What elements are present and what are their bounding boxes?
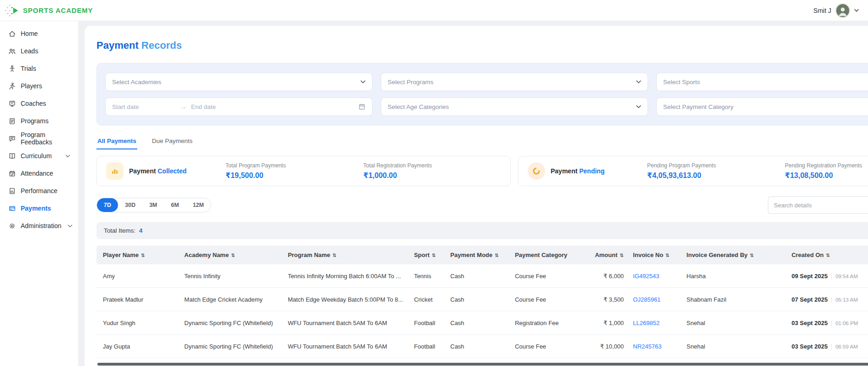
horizontal-scrollbar[interactable]	[97, 363, 868, 366]
sidebar-item-program-feedbacks[interactable]: Program Feedbacks	[0, 130, 78, 147]
player-name: Jay Gupta	[96, 335, 180, 358]
range-pill-7d[interactable]: 7D	[97, 198, 118, 212]
sidebar-item-attendance[interactable]: Attendance	[0, 165, 78, 182]
player-name: Yudur Singh	[96, 311, 180, 335]
search-input[interactable]	[768, 196, 868, 214]
sidebar-item-label: Curriculum	[21, 152, 52, 160]
administration-icon	[8, 222, 16, 230]
payment-mode: Cash	[446, 335, 511, 358]
programs-icon	[8, 117, 16, 125]
brand-name: SPORTS ACADEMY	[23, 6, 93, 14]
sidebar-item-curriculum[interactable]: Curriculum	[0, 147, 78, 165]
feedback-icon	[8, 135, 16, 143]
invoice-link[interactable]: LL269852	[633, 320, 659, 326]
created-on: 09 Sept 202509:54 AM	[787, 264, 868, 288]
start-date-placeholder: Start date	[112, 103, 139, 110]
person-icon	[837, 5, 849, 17]
col-amount[interactable]: Amount	[582, 246, 628, 264]
amount: ₹ 10,000	[582, 335, 628, 358]
col-payment-category: Payment Category	[510, 246, 582, 264]
sidebar-item-home[interactable]: Home	[0, 25, 78, 42]
age-categories-select[interactable]: Select Age Categories	[381, 97, 648, 116]
sort-icon	[229, 252, 235, 258]
sport: Football	[409, 335, 445, 358]
pending-program-payments: Pending Program Payments ₹4,05,93,613.00	[647, 162, 785, 180]
invoice-link[interactable]: NR245763	[633, 343, 661, 350]
range-pill-6m[interactable]: 6M	[164, 198, 186, 212]
academy-name: Match Edge Cricket Academy	[180, 288, 283, 311]
stat-label: Total Registration Payments	[363, 162, 501, 169]
sidebar-item-payments[interactable]: Payments	[0, 200, 78, 217]
invoice-generated-by: Shabnam Fazil	[682, 288, 787, 311]
invoice-link[interactable]: IG492543	[633, 273, 659, 280]
sidebar-item-players[interactable]: Players	[0, 77, 78, 95]
total-items-label: Total Items:	[104, 227, 135, 234]
sidebar-item-programs[interactable]: Programs	[0, 112, 78, 130]
programs-select-placeholder: Select Programs	[388, 79, 434, 86]
payment-pending-card: Payment Pending Pending Program Payments…	[518, 156, 868, 186]
chevron-down-icon	[361, 80, 366, 84]
sport: Football	[409, 311, 445, 335]
academies-select[interactable]: Select Academies	[105, 73, 372, 91]
range-arrow-icon: →	[180, 103, 187, 110]
sidebar-item-trials[interactable]: Trials	[0, 60, 78, 77]
chevron-down-icon	[64, 154, 72, 158]
sort-icon	[748, 252, 754, 258]
payment-category: Course Fee	[510, 335, 582, 358]
stat-label: Pending Program Payments	[647, 162, 785, 169]
sidebar-item-label: Program Feedbacks	[21, 131, 72, 146]
col-player-name[interactable]: Player Name	[96, 246, 180, 264]
invoice-link[interactable]: OJ285961	[633, 296, 660, 303]
col-invoice-no[interactable]: Invoice No	[628, 246, 682, 264]
chevron-down-icon	[636, 105, 641, 109]
table-row: Amy Tennis Infinity Tennis Infinity Morn…	[96, 264, 868, 288]
academies-select-placeholder: Select Academies	[112, 79, 161, 86]
sidebar-item-administration[interactable]: Administration	[0, 217, 78, 234]
pending-registration-payments: Pending Registration Payments ₹13,08,500…	[785, 162, 868, 180]
sidebar-item-label: Trials	[21, 65, 36, 72]
invoice-generated-by: Snehal	[682, 311, 787, 335]
col-invoice-generated-by[interactable]: Invoice Generated By	[682, 246, 787, 264]
sidebar-item-label: Payments	[21, 205, 51, 212]
search-box	[768, 196, 868, 214]
attendance-icon	[8, 170, 16, 177]
sidebar-item-leads[interactable]: Leads	[0, 42, 78, 60]
payment-pending-icon	[528, 162, 545, 180]
sports-select[interactable]: Select Sports	[656, 73, 868, 91]
user-menu[interactable]: Smit J	[813, 3, 859, 18]
calendar-icon	[358, 103, 366, 110]
date-range-field[interactable]: Start date → End date	[105, 97, 372, 116]
payment-collected-title: Payment Collected	[129, 167, 186, 175]
amount: ₹ 6,000	[582, 264, 628, 288]
sidebar-item-coaches[interactable]: Coaches	[0, 95, 78, 112]
chevron-down-icon	[636, 80, 641, 84]
program-name: Tennis Infinity Morning Batch 6:00AM To …	[283, 264, 410, 288]
invoice-generated-by: Harsha	[682, 264, 787, 288]
col-created-on[interactable]: Created On	[787, 246, 868, 264]
payment-records-panel: Payment Records Export Select Academies …	[85, 26, 868, 366]
sidebar-item-label: Attendance	[21, 170, 53, 177]
stat-value: ₹4,05,93,613.00	[647, 171, 785, 180]
end-date-placeholder: End date	[191, 103, 216, 110]
sort-icon	[429, 252, 436, 258]
col-program-name[interactable]: Program Name	[283, 246, 410, 264]
sidebar-item-label: Coaches	[21, 100, 46, 107]
performance-icon	[8, 187, 16, 195]
leads-icon	[8, 47, 16, 55]
stat-label: Pending Registration Payments	[785, 162, 868, 169]
sport: Cricket	[409, 288, 445, 311]
payment-category: Registration Fee	[510, 311, 582, 335]
col-payment-mode[interactable]: Payment Mode	[446, 246, 511, 264]
range-pill-12m[interactable]: 12M	[186, 198, 211, 212]
tab-all-payments[interactable]: All Payments	[96, 134, 137, 149]
col-sport[interactable]: Sport	[409, 246, 445, 264]
range-pill-30d[interactable]: 30D	[118, 198, 142, 212]
range-pill-3m[interactable]: 3M	[142, 198, 164, 212]
sidebar-item-performance[interactable]: Performance	[0, 182, 78, 200]
col-academy-name[interactable]: Academy Name	[180, 246, 283, 264]
sidebar-item-label: Leads	[21, 47, 38, 55]
payment-category-select[interactable]: Select Payment Category	[656, 97, 868, 116]
programs-select[interactable]: Select Programs	[381, 73, 648, 91]
tab-due-payments[interactable]: Due Payments	[151, 134, 194, 149]
player-name: Prateek Madlur	[96, 288, 180, 311]
